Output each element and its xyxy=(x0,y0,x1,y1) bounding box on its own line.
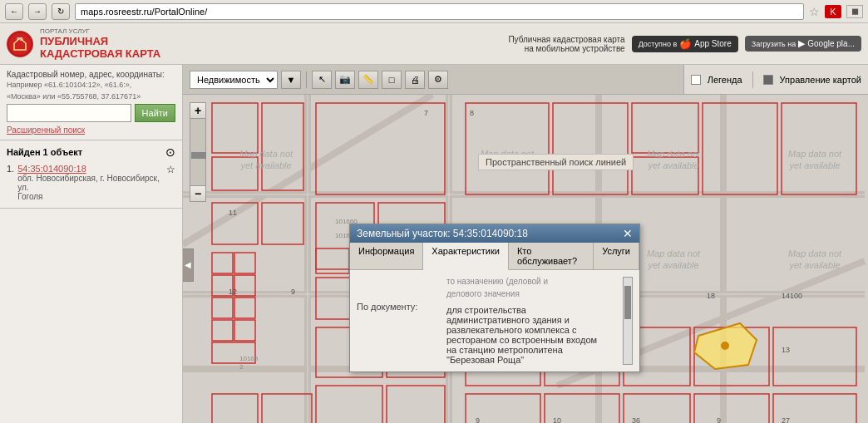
dialog-close-button[interactable]: ✕ xyxy=(623,228,633,239)
collapse-sidebar-button[interactable]: ◀ xyxy=(183,248,194,282)
svg-text:27: 27 xyxy=(782,416,790,423)
map-control-checkbox[interactable] xyxy=(763,75,773,85)
google-play-button[interactable]: Загрузить на ▶ Google pla... xyxy=(745,36,861,52)
zoom-controls: + − xyxy=(190,102,206,202)
svg-text:11: 11 xyxy=(229,209,237,217)
sidebar-search: Кадастровый номер, адрес, координаты: На… xyxy=(0,65,182,140)
svg-text:9: 9 xyxy=(717,416,721,423)
advanced-search-link[interactable]: Расширенный поиск xyxy=(7,125,175,135)
app-title-block: ПОРТАЛ УСЛУГ ПУБЛИЧНАЯ КАДАСТРОВАЯ КАРТА xyxy=(40,27,176,60)
legend-checkbox[interactable] xyxy=(691,75,701,85)
forward-button[interactable]: → xyxy=(28,3,47,20)
toolbar-line-btn[interactable]: 📏 xyxy=(358,71,378,89)
field-value-line4: рестораном со встроенным входом xyxy=(446,335,613,345)
apple-icon: 🍎 xyxy=(679,38,692,50)
address-bar[interactable] xyxy=(75,3,804,20)
svg-text:9: 9 xyxy=(476,416,480,423)
result-desc-line2: Гоголя xyxy=(17,192,163,201)
dialog-scrollbar[interactable] xyxy=(623,277,633,365)
app-header: РФ ПОРТАЛ УСЛУГ ПУБЛИЧНАЯ КАДАСТРОВАЯ КА… xyxy=(0,23,183,65)
field-value-line2: административного здания и xyxy=(446,315,613,325)
upper-text2: делового значения xyxy=(446,289,613,298)
dialog-label-col: По документу: xyxy=(357,277,440,365)
svg-text:7: 7 xyxy=(424,109,428,117)
legend-label: Легенда xyxy=(708,75,742,85)
available-label: Доступно в xyxy=(639,40,678,48)
result-desc-line1: обл. Новосибирская, г. Новосибирск, ул. xyxy=(17,174,163,192)
svg-text:yet available: yet available xyxy=(788,160,840,170)
sidebar: Кадастровый номер, адрес, координаты: На… xyxy=(0,65,183,423)
tab-who-serves[interactable]: Кто обслуживает? xyxy=(509,243,594,269)
refresh-button[interactable]: ↻ xyxy=(52,3,70,20)
results-list: 1. 54:35:014090:18 обл. Новосибирская, г… xyxy=(7,162,175,203)
map-control-label: Управление картой xyxy=(780,75,861,85)
svg-text:10168: 10168 xyxy=(239,355,259,362)
toolbar-settings-btn[interactable]: ⚙ xyxy=(428,71,448,89)
toolbar-arrow-btn[interactable]: ↖ xyxy=(312,71,332,89)
search-button[interactable]: Найти xyxy=(135,104,175,122)
dialog-content: По документу: то назначению (деловой и д… xyxy=(350,270,639,371)
scrollbar-thumb[interactable] xyxy=(624,286,631,319)
sidebar-spacer xyxy=(0,209,182,423)
mobile-text: Публичная кадастровая карта на мобильном… xyxy=(508,35,624,53)
google-play-label: Google pla... xyxy=(807,39,855,48)
dialog-value-col: то назначению (деловой и делового значен… xyxy=(446,277,616,365)
toolbar-area-btn[interactable]: □ xyxy=(382,71,402,89)
svg-text:2: 2 xyxy=(239,363,244,371)
field-value-line3: развлекательного комплекса с xyxy=(446,325,613,335)
search-hint2: «Москва» или «55.755768, 37.617671» xyxy=(7,92,175,101)
zoom-out-button[interactable]: − xyxy=(190,185,206,202)
toolbar-select-btn[interactable]: ▼ xyxy=(281,71,301,89)
svg-text:yet available: yet available xyxy=(647,260,698,270)
svg-text:12: 12 xyxy=(229,288,237,296)
svg-text:14100: 14100 xyxy=(782,292,802,300)
portal-subtitle: ПОРТАЛ УСЛУГ xyxy=(40,27,176,35)
app-store-label: App Store xyxy=(694,39,731,48)
svg-text:Map data not: Map data not xyxy=(647,248,701,258)
field-value-line1: для строительства xyxy=(446,305,613,315)
google-play-icon: ▶ xyxy=(798,38,805,49)
toolbar-photo-btn[interactable]: 📷 xyxy=(335,71,355,89)
tab-services[interactable]: Услуги xyxy=(594,243,639,269)
header-row: РФ ПОРТАЛ УСЛУГ ПУБЛИЧНАЯ КАДАСТРОВАЯ КА… xyxy=(0,23,868,65)
app-store-button[interactable]: Доступно в 🍎 App Store xyxy=(632,36,738,52)
property-type-select[interactable]: Недвижимость xyxy=(190,71,278,89)
result-code[interactable]: 54:35:014090:18 xyxy=(17,164,163,174)
legend-bar: Легенда Управление картой xyxy=(683,65,868,95)
svg-text:Map data not: Map data not xyxy=(239,149,293,159)
toolbar-print-btn[interactable]: 🖨 xyxy=(405,71,425,89)
extension-icon[interactable]: ◼ xyxy=(846,5,863,18)
bookmark-icon[interactable]: ☆ xyxy=(809,5,820,18)
field-label: По документу: xyxy=(357,302,440,312)
svg-text:yet available: yet available xyxy=(647,160,698,170)
back-button[interactable]: ← xyxy=(5,3,23,20)
svg-text:Map data not: Map data not xyxy=(647,149,701,159)
kaspersky-icon[interactable]: K xyxy=(825,5,841,18)
app-title: ПУБЛИЧНАЯ КАДАСТРОВАЯ КАРТА xyxy=(40,35,176,60)
dialog-tabs: Информация Характеристики Кто обслуживае… xyxy=(350,243,639,270)
pin-icon[interactable]: ⊙ xyxy=(165,145,175,159)
browser-bar: ← → ↻ ☆ K ◼ xyxy=(0,0,868,23)
field-value-line5: на станцию метрополитена xyxy=(446,345,613,355)
results-header: Найден 1 объект ⊙ xyxy=(7,145,175,159)
map-area[interactable]: Недвижимость ▼ ↖ 📷 📏 □ 🖨 ⚙ Легенда Управ… xyxy=(183,65,868,423)
zoom-slider[interactable] xyxy=(190,119,206,185)
result-number: 1. xyxy=(7,164,14,174)
tab-information[interactable]: Информация xyxy=(350,243,423,269)
result-details: 54:35:014090:18 обл. Новосибирская, г. Н… xyxy=(17,164,163,201)
result-item[interactable]: 1. 54:35:014090:18 обл. Новосибирская, г… xyxy=(7,162,175,203)
upper-text1: то назначению (деловой и xyxy=(446,277,613,286)
dialog-title-bar: Земельный участок: 54:35:014090:18 ✕ xyxy=(350,224,639,243)
zoom-handle[interactable] xyxy=(191,152,206,159)
zoom-in-button[interactable]: + xyxy=(190,102,206,119)
search-input[interactable] xyxy=(7,104,131,122)
star-result-icon[interactable]: ☆ xyxy=(166,164,175,175)
tab-characteristics[interactable]: Характеристики xyxy=(423,243,509,270)
load-label: Загрузить на xyxy=(752,40,796,48)
svg-text:9: 9 xyxy=(291,288,295,296)
svg-text:10: 10 xyxy=(553,416,561,423)
svg-text:yet available: yet available xyxy=(788,260,840,270)
svg-text:18: 18 xyxy=(707,292,715,300)
map-toolbar: Недвижимость ▼ ↖ 📷 📏 □ 🖨 ⚙ Легенда Управ… xyxy=(183,65,868,95)
svg-text:Map data not: Map data not xyxy=(788,248,842,258)
